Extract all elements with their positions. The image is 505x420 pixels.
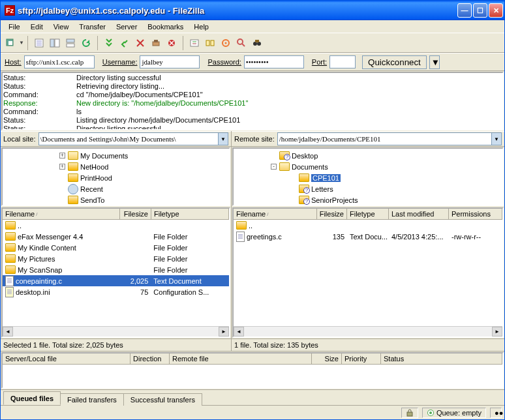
reconnect-button[interactable] [149,36,163,50]
status-indicator[interactable]: ●● [490,408,502,418]
cancel-button[interactable] [117,36,132,50]
scroll-track[interactable] [244,327,492,337]
minimize-button[interactable]: — [457,3,472,18]
quickconnect-button[interactable]: Quickconnect [362,55,427,69]
col-direction[interactable]: Direction [130,353,170,364]
maximize-button[interactable]: ☐ [473,3,487,18]
file-row[interactable]: eFax Messenger 4.4File Folder [3,231,229,242]
file-row[interactable]: .. [234,220,502,231]
tree-item[interactable]: SeniorProjects [235,194,501,205]
col-filename[interactable]: Filename/ [3,209,120,219]
local-path-input[interactable] [39,133,218,145]
col-modified[interactable]: Last modified [389,209,449,219]
col-permissions[interactable]: Permissions [449,209,502,219]
tab-queued-files[interactable]: Queued files [3,391,61,405]
expander-icon[interactable]: - [271,164,277,170]
menu-bookmarks[interactable]: Bookmarks [142,22,189,32]
col-status[interactable]: Status [381,353,502,364]
col-priority[interactable]: Priority [342,353,381,364]
transfer-queue[interactable]: Server/Local file Direction Remote file … [1,352,504,389]
remote-tree[interactable]: Desktop-DocumentsCPE101LettersSeniorProj… [232,147,504,206]
dropdown-icon[interactable]: ▼ [491,133,501,145]
username-input[interactable] [140,55,200,68]
file-icon [236,232,245,242]
queue-status[interactable]: Queue: empty [422,408,486,418]
expander-icon[interactable]: + [59,153,65,158]
dropdown-icon[interactable]: ▼ [218,133,228,145]
quickconnect-dropdown[interactable]: ▼ [429,55,440,69]
file-row[interactable]: My PicturesFile Folder [3,253,229,264]
message-log[interactable]: Status:Directory listing successfulStatu… [1,72,504,130]
scroll-right-icon[interactable]: ► [219,327,229,337]
tree-item[interactable]: CPE101 [235,172,501,183]
scrollbar-horizontal[interactable]: ◄ ► [3,326,229,337]
menu-help[interactable]: Help [189,22,214,32]
refresh-button[interactable] [79,36,93,50]
port-input[interactable] [329,55,356,68]
binoculars-button[interactable] [250,36,264,50]
col-filesize[interactable]: Filesize [120,209,151,219]
tab-successful-transfers[interactable]: Successful transfers [123,393,202,406]
tree-item[interactable]: +My Documents [4,150,228,161]
toggle-log-button[interactable] [32,36,46,50]
local-pane: Local site: ▼ +My Documents+NetHoodPrint… [1,131,232,352]
tree-item[interactable]: Recent [4,183,228,194]
file-row[interactable]: .. [3,220,229,231]
tree-item[interactable]: Desktop [235,150,501,161]
cancel-op-button[interactable] [164,36,179,50]
titlebar[interactable]: Fz sftp://jdalbey@unix1.csc.calpoly.edu … [1,1,504,20]
remote-path-combo[interactable]: ▼ [277,132,502,145]
col-filetype[interactable]: Filetype [151,209,229,219]
file-row[interactable]: conepainting.c2,025Text Document [3,275,229,286]
search-button[interactable] [234,36,249,50]
filter-button[interactable] [187,36,202,50]
scrollbar-horizontal[interactable]: ◄ ► [234,326,502,337]
local-tree[interactable]: +My Documents+NetHoodPrintHoodRecentSend… [1,147,230,206]
file-row[interactable]: desktop.ini75Configuration S... [3,286,229,297]
tree-item[interactable]: +NetHood [4,161,228,172]
scroll-left-icon[interactable]: ◄ [3,327,13,337]
tree-item[interactable]: -Documents [235,161,501,172]
disconnect-button[interactable] [133,36,147,50]
tab-failed-transfers[interactable]: Failed transfers [60,393,124,406]
encryption-indicator[interactable] [401,408,418,418]
toggle-queue-button[interactable] [63,36,78,50]
file-row[interactable]: My ScanSnapFile Folder [3,264,229,275]
scroll-left-icon[interactable]: ◄ [234,327,244,337]
sync-button[interactable] [219,36,233,50]
svg-rect-9 [67,44,74,47]
sitemanager-button[interactable] [3,36,18,50]
host-input[interactable] [24,55,95,68]
file-row[interactable]: greetings.c135Text Docu...4/5/2013 4:25:… [234,231,502,242]
password-label: Password: [207,58,241,66]
process-queue-button[interactable] [102,36,116,50]
col-size[interactable]: Size [312,353,342,364]
tree-item[interactable]: PrintHood [4,172,228,183]
local-path-combo[interactable]: ▼ [38,132,228,145]
scroll-right-icon[interactable]: ► [492,327,502,337]
menu-view[interactable]: View [48,22,74,32]
menu-edit[interactable]: Edit [25,22,48,32]
menu-server[interactable]: Server [111,22,142,32]
menu-file[interactable]: File [3,22,25,32]
scroll-track[interactable] [13,327,219,337]
col-filesize[interactable]: Filesize [317,209,347,219]
compare-button[interactable] [203,36,217,50]
toggle-tree-button[interactable] [48,36,62,50]
tree-item[interactable]: Letters [235,183,501,194]
col-filename[interactable]: Filename/ [234,209,317,219]
file-row[interactable]: My Kindle ContentFile Folder [3,242,229,253]
menu-transfer[interactable]: Transfer [74,22,111,32]
expander-icon[interactable]: + [59,164,65,170]
file-icon [5,276,14,286]
col-remotefile[interactable]: Remote file [170,353,312,364]
remote-filelist[interactable]: Filename/ Filesize Filetype Last modifie… [232,207,504,338]
col-server-localfile[interactable]: Server/Local file [3,353,130,364]
remote-path-input[interactable] [278,133,491,145]
sitemanager-dropdown[interactable]: ▼ [19,40,23,46]
tree-item[interactable]: SendTo [4,194,228,205]
local-filelist[interactable]: Filename/ Filesize Filetype ..eFax Messe… [1,207,230,338]
close-button[interactable]: ✕ [489,3,503,18]
password-input[interactable] [244,55,304,68]
col-filetype[interactable]: Filetype [347,209,389,219]
